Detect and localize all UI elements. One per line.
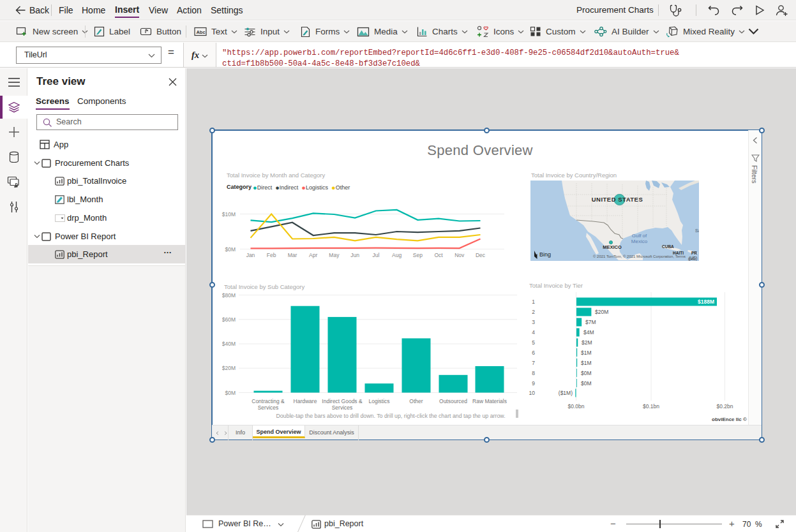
svg-text:Outsourced: Outsourced xyxy=(439,398,467,404)
svg-text:$20M: $20M xyxy=(595,309,608,315)
svg-text:4: 4 xyxy=(532,329,535,336)
svg-text:Contracting &: Contracting & xyxy=(252,398,285,404)
svg-text:$2M: $2M xyxy=(582,339,592,346)
svg-text:Dec: Dec xyxy=(476,252,486,258)
svg-text:Mexico: Mexico xyxy=(631,239,648,244)
svg-text:Mar: Mar xyxy=(288,252,297,258)
svg-text:$0.1bn: $0.1bn xyxy=(643,403,659,410)
svg-text:Raw Materials: Raw Materials xyxy=(472,398,507,404)
svg-text:1: 1 xyxy=(532,299,535,305)
svg-text:Indirect Goods &: Indirect Goods & xyxy=(322,398,363,404)
svg-text:Aug: Aug xyxy=(392,252,402,258)
svg-text:3: 3 xyxy=(532,319,535,325)
svg-text:$0.2bn: $0.2bn xyxy=(717,403,733,410)
svg-text:10: 10 xyxy=(529,390,536,396)
svg-text:PR: PR xyxy=(691,251,697,255)
svg-text:$0.0bn: $0.0bn xyxy=(568,403,585,410)
svg-text:Jun: Jun xyxy=(350,252,359,258)
svg-text:(US): (US) xyxy=(688,257,696,261)
svg-text:Services: Services xyxy=(258,404,279,411)
svg-text:Services: Services xyxy=(332,404,353,411)
svg-text:7: 7 xyxy=(532,360,535,366)
svg-text:© 2021 TomTom, © 2021 Microsof: © 2021 TomTom, © 2021 Microsoft Corporat… xyxy=(593,255,686,258)
svg-text:$1M: $1M xyxy=(581,350,592,356)
svg-text:$0M: $0M xyxy=(581,380,592,387)
svg-text:CUBA: CUBA xyxy=(662,244,674,249)
svg-text:$7M: $7M xyxy=(585,319,596,325)
svg-text:$60M: $60M xyxy=(222,316,236,323)
svg-text:($1M): ($1M) xyxy=(559,390,573,396)
svg-text:Apr: Apr xyxy=(309,252,317,258)
svg-text:$20M: $20M xyxy=(222,365,236,371)
svg-text:Feb: Feb xyxy=(267,252,276,258)
svg-text:MEXICO: MEXICO xyxy=(603,244,622,250)
svg-text:Jul: Jul xyxy=(372,252,379,258)
svg-text:6: 6 xyxy=(532,350,535,356)
svg-text:UNITED STATES: UNITED STATES xyxy=(592,196,643,203)
svg-text:Sep: Sep xyxy=(413,252,423,258)
svg-text:$1M: $1M xyxy=(581,360,592,366)
svg-text:Logistics: Logistics xyxy=(368,398,389,404)
svg-text:Jan: Jan xyxy=(246,252,255,258)
svg-text:Gulf of: Gulf of xyxy=(632,233,647,239)
svg-text:$0M: $0M xyxy=(581,370,592,376)
svg-text:$80M: $80M xyxy=(222,292,236,299)
svg-text:2: 2 xyxy=(532,309,535,315)
svg-text:$4M: $4M xyxy=(583,329,594,336)
svg-text:9: 9 xyxy=(532,380,535,387)
svg-text:5: 5 xyxy=(532,339,535,346)
svg-text:Nov: Nov xyxy=(454,252,465,258)
svg-text:Abc: Abc xyxy=(196,29,205,35)
svg-text:$10M: $10M xyxy=(222,211,236,218)
svg-text:Sa: Sa xyxy=(695,228,699,233)
svg-text:$188M: $188M xyxy=(698,299,714,305)
svg-text:$0M: $0M xyxy=(225,246,236,253)
svg-text:May: May xyxy=(329,252,340,258)
svg-text:Hardware: Hardware xyxy=(294,398,317,404)
svg-text:8: 8 xyxy=(532,370,535,376)
svg-text:Oct: Oct xyxy=(434,252,443,258)
svg-text:$40M: $40M xyxy=(222,341,236,347)
svg-text:Other: Other xyxy=(409,398,423,404)
svg-text:Bing: Bing xyxy=(539,251,551,258)
svg-text:$0M: $0M xyxy=(225,390,236,396)
